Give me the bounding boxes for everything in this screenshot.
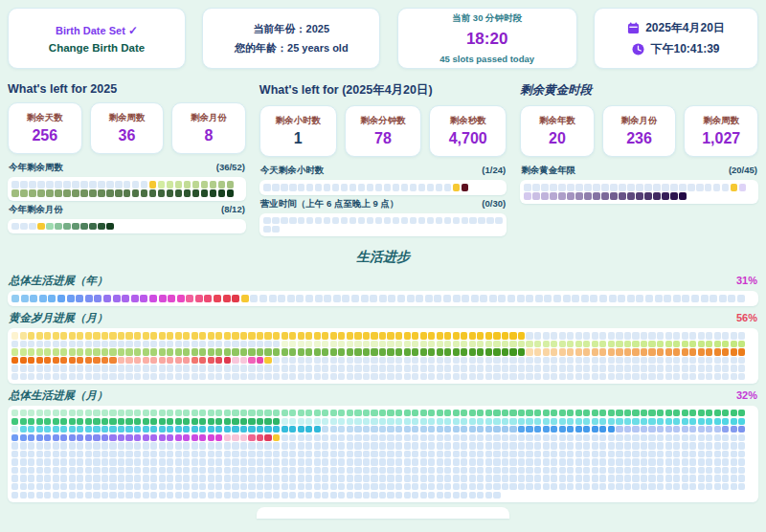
progress-square bbox=[192, 189, 200, 197]
progress-square bbox=[36, 434, 43, 441]
progress-square bbox=[444, 418, 451, 425]
progress-square bbox=[44, 418, 51, 425]
progress-square bbox=[248, 348, 255, 355]
progress-square bbox=[507, 295, 515, 302]
section-label: 总体生活进展（月） bbox=[9, 388, 108, 403]
progress-square bbox=[363, 332, 370, 339]
progress-square bbox=[462, 295, 469, 302]
progress-square bbox=[437, 458, 443, 465]
progress-square bbox=[183, 348, 190, 355]
progress-square bbox=[93, 467, 100, 474]
stat-value: 4,700 bbox=[449, 130, 487, 147]
progress-square bbox=[224, 348, 231, 355]
progress-square bbox=[493, 365, 500, 371]
weeks-left-grid bbox=[8, 177, 246, 201]
progress-square bbox=[330, 483, 337, 490]
progress-square bbox=[53, 442, 59, 449]
progress-square bbox=[379, 451, 386, 457]
progress-square bbox=[125, 467, 132, 474]
progress-square bbox=[208, 348, 214, 355]
progress-square bbox=[94, 295, 101, 302]
progress-square bbox=[461, 467, 467, 474]
progress-square bbox=[518, 348, 525, 355]
progress-square bbox=[648, 458, 655, 465]
progress-square bbox=[395, 348, 402, 355]
progress-square bbox=[599, 451, 606, 457]
progress-square bbox=[85, 442, 92, 449]
progress-square bbox=[657, 483, 664, 490]
progress-square bbox=[85, 475, 92, 481]
progress-square bbox=[143, 434, 149, 441]
progress-square bbox=[264, 365, 271, 371]
progress-square bbox=[224, 434, 231, 441]
progress-square bbox=[208, 492, 214, 499]
progress-square bbox=[53, 451, 59, 457]
progress-square bbox=[363, 418, 370, 425]
progress-square bbox=[461, 475, 467, 481]
progress-square bbox=[143, 373, 149, 380]
progress-square bbox=[706, 332, 712, 339]
progress-square bbox=[101, 483, 108, 490]
progress-square bbox=[264, 451, 271, 457]
progress-square bbox=[461, 492, 467, 499]
progress-square bbox=[314, 458, 321, 465]
progress-square bbox=[118, 341, 124, 347]
progress-square bbox=[393, 184, 400, 191]
progress-square bbox=[118, 483, 124, 490]
progress-square bbox=[20, 332, 27, 339]
progress-square bbox=[583, 426, 590, 432]
stat-card-golden-months: 剩余月份 236 bbox=[602, 105, 677, 157]
progress-square bbox=[518, 365, 525, 371]
progress-square bbox=[11, 348, 18, 355]
progress-square bbox=[159, 295, 167, 302]
progress-square bbox=[314, 341, 321, 347]
progress-square bbox=[559, 373, 566, 380]
progress-square bbox=[240, 492, 247, 499]
progress-square bbox=[567, 451, 574, 457]
progress-square bbox=[183, 357, 190, 364]
progress-square bbox=[167, 365, 173, 371]
progress-square bbox=[616, 442, 622, 449]
progress-square bbox=[232, 295, 239, 302]
progress-square bbox=[689, 458, 696, 465]
progress-square bbox=[738, 410, 745, 416]
progress-square bbox=[648, 418, 655, 425]
progress-square bbox=[289, 365, 296, 371]
stat-value: 256 bbox=[32, 127, 57, 144]
progress-square bbox=[731, 442, 737, 449]
progress-square bbox=[648, 451, 655, 457]
progress-square bbox=[428, 365, 435, 371]
change-birth-date-button[interactable]: Change Birth Date bbox=[49, 42, 145, 54]
progress-square bbox=[347, 357, 353, 364]
progress-square bbox=[641, 348, 647, 355]
progress-square bbox=[363, 483, 370, 490]
progress-square bbox=[627, 295, 635, 302]
progress-square bbox=[77, 458, 83, 465]
progress-square bbox=[599, 458, 606, 465]
birth-date-card: Birth Date Set ✓ Change Birth Date bbox=[8, 8, 186, 69]
progress-square bbox=[125, 475, 132, 481]
progress-square bbox=[215, 442, 222, 449]
progress-square bbox=[20, 451, 27, 457]
progress-square bbox=[20, 365, 27, 371]
progress-square bbox=[263, 226, 271, 233]
progress-square bbox=[305, 410, 312, 416]
progress-square bbox=[518, 426, 525, 432]
progress-square bbox=[592, 357, 598, 364]
progress-square bbox=[150, 483, 157, 490]
progress-square bbox=[28, 365, 34, 371]
progress-square bbox=[420, 341, 427, 347]
progress-square bbox=[159, 492, 166, 499]
stat-label: 剩余小时数 bbox=[275, 115, 321, 127]
progress-square bbox=[453, 442, 460, 449]
progress-square bbox=[44, 467, 51, 474]
progress-square bbox=[11, 341, 18, 347]
progress-square bbox=[371, 426, 377, 432]
progress-square bbox=[77, 410, 83, 416]
progress-square bbox=[143, 341, 149, 347]
progress-square bbox=[682, 365, 688, 371]
progress-square bbox=[682, 475, 688, 481]
progress-square bbox=[240, 332, 247, 339]
progress-square bbox=[20, 483, 27, 490]
mini-bar-header: 今年剩余周数 (36/52) bbox=[9, 162, 245, 174]
